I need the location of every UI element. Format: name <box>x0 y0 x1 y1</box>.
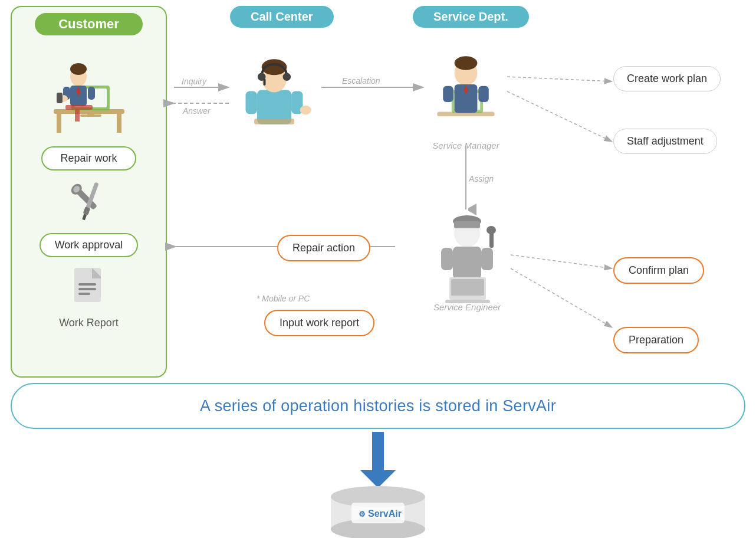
svg-point-36 <box>300 106 311 115</box>
svg-point-32 <box>283 73 291 81</box>
servicemanager-figure <box>425 44 507 139</box>
create-work-plan-box: Create work plan <box>613 66 721 91</box>
bottom-banner: A series of operation histories is store… <box>11 383 745 429</box>
service-engineer-label: Service Engineer <box>423 302 511 312</box>
serviceengineer-figure <box>425 206 510 304</box>
svg-line-71 <box>507 77 612 81</box>
svg-rect-22 <box>82 214 87 220</box>
svg-rect-26 <box>78 288 96 290</box>
svg-rect-14 <box>57 93 63 103</box>
diagram-area: Customer <box>0 0 756 389</box>
servair-db: ⚙ ServAir <box>322 485 434 538</box>
svg-line-75 <box>511 255 612 268</box>
customer-panel: Customer <box>11 6 167 378</box>
svg-text:Inquiry: Inquiry <box>182 77 207 86</box>
svg-rect-27 <box>78 293 90 295</box>
svg-text:ServAir: ServAir <box>368 509 402 519</box>
svg-rect-52 <box>481 248 493 270</box>
svg-text:Escalation: Escalation <box>342 76 380 86</box>
svg-point-8 <box>70 63 87 75</box>
customer-figure <box>42 44 136 139</box>
svg-rect-78 <box>372 432 384 470</box>
svg-rect-56 <box>451 279 484 296</box>
call-center-header: Call Center <box>230 6 334 28</box>
svg-text:Assign: Assign <box>468 174 494 183</box>
svg-rect-15 <box>65 105 93 110</box>
svg-rect-45 <box>443 86 453 102</box>
svg-rect-12 <box>88 87 95 100</box>
svg-rect-33 <box>264 78 266 86</box>
db-cylinder-svg: ⚙ ServAir <box>322 485 434 538</box>
callcenter-figure <box>230 44 318 139</box>
svg-text:Answer: Answer <box>182 106 211 116</box>
tools-icon <box>65 178 113 225</box>
svg-point-42 <box>455 56 478 70</box>
svg-rect-1 <box>57 114 61 133</box>
mobile-or-pc-label: * Mobile or PC <box>257 294 310 303</box>
main-container: Customer <box>0 0 756 541</box>
svg-rect-2 <box>117 114 121 133</box>
work-report-label: Work Report <box>59 317 119 329</box>
repair-work-pill[interactable]: Repair work <box>41 146 136 171</box>
svg-text:⚙: ⚙ <box>359 510 366 519</box>
customer-header: Customer <box>35 13 143 35</box>
svg-rect-51 <box>441 248 453 270</box>
svg-rect-25 <box>78 283 96 286</box>
svg-rect-16 <box>75 110 80 122</box>
svg-rect-6 <box>80 114 101 117</box>
repair-action-box: Repair action <box>277 235 370 261</box>
staff-adjustment-box: Staff adjustment <box>613 129 717 154</box>
svg-rect-50 <box>453 247 481 279</box>
down-arrow <box>360 432 396 488</box>
svg-rect-5 <box>87 110 94 115</box>
svg-rect-34 <box>246 91 257 114</box>
document-icon <box>71 267 107 311</box>
svg-rect-49 <box>454 221 480 228</box>
confirm-plan-box: Confirm plan <box>613 257 704 284</box>
svg-rect-46 <box>478 86 488 102</box>
work-approval-pill[interactable]: Work approval <box>40 233 139 257</box>
banner-text: A series of operation histories is store… <box>200 397 556 415</box>
input-work-report-box: Input work report <box>264 310 374 336</box>
svg-line-76 <box>511 268 612 327</box>
service-dept-header: Service Dept. <box>413 6 529 28</box>
service-manager-label: Service Manager <box>425 140 507 150</box>
preparation-box: Preparation <box>613 327 699 353</box>
svg-rect-37 <box>254 119 294 124</box>
svg-line-72 <box>507 91 612 142</box>
svg-point-54 <box>487 226 496 234</box>
